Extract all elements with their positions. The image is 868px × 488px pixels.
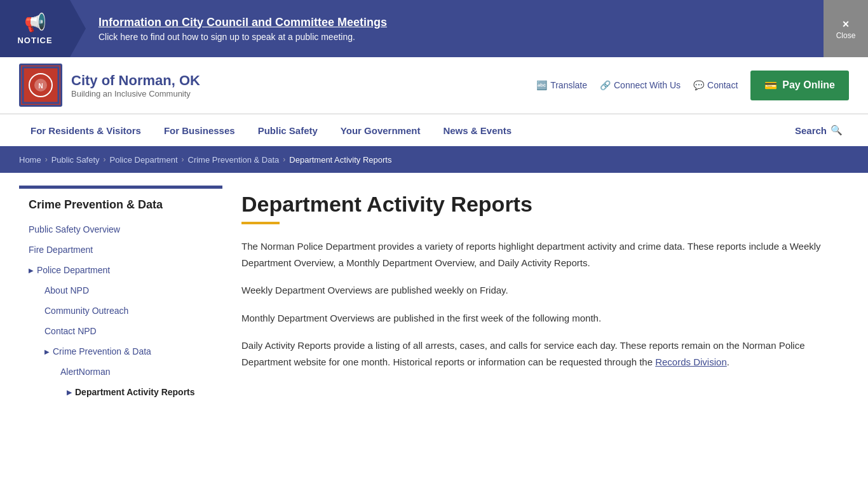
svg-text:N: N — [38, 83, 43, 90]
city-tagline: Building an Inclusive Community — [71, 89, 200, 98]
contact-label: Contact — [707, 80, 738, 90]
breadcrumb-sep-1: › — [45, 155, 48, 164]
megaphone-icon: 📢 — [24, 12, 46, 33]
main-content: Crime Prevention & Data Public Safety Ov… — [0, 173, 868, 415]
sidebar-crime-prevention[interactable]: Crime Prevention & Data — [35, 341, 222, 362]
connect-label: Connect With Us — [614, 80, 681, 90]
sidebar: Crime Prevention & Data Public Safety Ov… — [19, 186, 222, 402]
notice-close-button[interactable]: × Close — [824, 0, 868, 57]
translate-link[interactable]: 🔤 Translate — [536, 80, 587, 90]
sidebar-department-activity-active: Department Activity Reports — [51, 382, 222, 402]
connect-link[interactable]: 🔗 Connect With Us — [600, 80, 681, 90]
active-item-label: Department Activity Reports — [75, 387, 195, 397]
header: N City of Norman, OK Building an Inclusi… — [0, 57, 868, 114]
breadcrumb-police-dept[interactable]: Police Department — [110, 155, 178, 165]
breadcrumb-home[interactable]: Home — [19, 155, 41, 165]
pay-icon: 💳 — [764, 79, 777, 92]
sidebar-crime-sub: AlertNorman Department Activity Reports — [35, 362, 222, 402]
sidebar-about-npd[interactable]: About NPD — [35, 280, 222, 301]
translate-label: Translate — [550, 80, 587, 90]
site-title: City of Norman, OK Building an Inclusive… — [71, 72, 200, 98]
page-title: Department Activity Reports — [241, 192, 849, 217]
main-navigation: For Residents & Visitors For Businesses … — [0, 114, 868, 146]
sidebar-fire-department[interactable]: Fire Department — [19, 240, 222, 260]
breadcrumb-public-safety[interactable]: Public Safety — [51, 155, 100, 165]
records-division-link[interactable]: Records Division — [655, 356, 727, 367]
city-name-link[interactable]: City of Norman, OK — [71, 72, 200, 89]
sidebar-police-sub: About NPD Community Outreach Contact NPD… — [19, 280, 222, 402]
notice-label: NOTICE — [17, 36, 52, 45]
close-icon: × — [843, 18, 850, 31]
translate-icon: 🔤 — [536, 80, 547, 90]
nav-government[interactable]: Your Government — [329, 115, 432, 146]
notice-description: Click here to find out how to sign up to… — [98, 32, 811, 42]
nav-businesses[interactable]: For Businesses — [153, 115, 247, 146]
breadcrumb: Home › Public Safety › Police Department… — [0, 146, 868, 173]
contact-link[interactable]: 💬 Contact — [693, 80, 738, 90]
search-icon: 🔍 — [831, 125, 843, 136]
close-label: Close — [836, 31, 856, 40]
pay-online-button[interactable]: 💳 Pay Online — [750, 71, 849, 100]
logo-area: N City of Norman, OK Building an Inclusi… — [19, 64, 536, 107]
notice-bar: 📢 NOTICE Information on City Council and… — [0, 0, 868, 57]
notice-chevron — [70, 0, 86, 57]
nav-public-safety[interactable]: Public Safety — [247, 115, 329, 146]
nav-news-events[interactable]: News & Events — [431, 115, 523, 146]
chat-icon: 💬 — [693, 80, 704, 90]
pay-online-label: Pay Online — [782, 79, 835, 91]
breadcrumb-sep-2: › — [104, 155, 106, 164]
paragraph-3: Monthly Department Overviews are publish… — [241, 310, 849, 327]
notice-content: Information on City Council and Committe… — [86, 0, 824, 57]
breadcrumb-sep-4: › — [283, 155, 285, 164]
sidebar-community-outreach[interactable]: Community Outreach — [35, 301, 222, 321]
nav-residents[interactable]: For Residents & Visitors — [19, 115, 153, 146]
sidebar-alertnorman[interactable]: AlertNorman — [51, 362, 222, 382]
sidebar-public-safety-overview[interactable]: Public Safety Overview — [19, 219, 222, 240]
paragraph-4: Daily Activity Reports provide a listing… — [241, 337, 849, 370]
sidebar-title: Crime Prevention & Data — [19, 189, 222, 219]
notice-link[interactable]: Information on City Council and Committe… — [98, 16, 811, 29]
breadcrumb-sep-3: › — [182, 155, 184, 164]
search-label: Search — [795, 125, 827, 136]
notice-icon-area: 📢 NOTICE — [0, 0, 70, 57]
breadcrumb-crime-prevention[interactable]: Crime Prevention & Data — [188, 155, 280, 165]
title-underline — [241, 222, 280, 224]
paragraph-1: The Norman Police Department provides a … — [241, 238, 849, 271]
header-actions: 🔤 Translate 🔗 Connect With Us 💬 Contact … — [536, 71, 849, 100]
share-icon: 🔗 — [600, 80, 611, 90]
paragraph-2: Weekly Department Overviews are publishe… — [241, 282, 849, 299]
breadcrumb-current: Department Activity Reports — [289, 155, 391, 165]
sidebar-contact-npd[interactable]: Contact NPD — [35, 321, 222, 341]
sidebar-police-department[interactable]: Police Department — [19, 260, 222, 280]
city-logo: N — [19, 64, 62, 107]
page-content: Department Activity Reports The Norman P… — [241, 186, 849, 402]
search-button[interactable]: Search 🔍 — [789, 114, 849, 146]
